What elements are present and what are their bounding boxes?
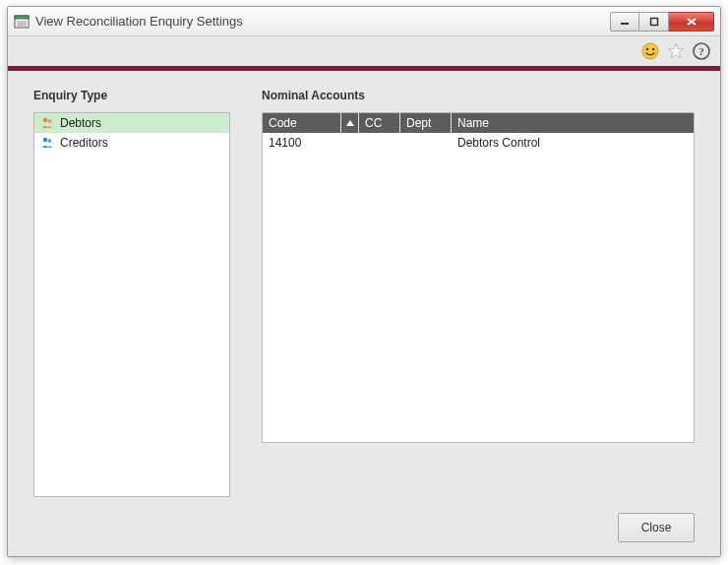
window-title: View Reconciliation Enquiry Settings	[35, 14, 610, 29]
svg-point-9	[642, 43, 658, 59]
grid-body: 14100Debtors Control	[263, 133, 694, 442]
grid-header: Code CC Dept Name	[263, 113, 694, 133]
list-item[interactable]: Debtors	[34, 113, 229, 133]
footer: Close	[33, 497, 695, 542]
maximize-button[interactable]	[639, 12, 669, 31]
col-header-code[interactable]: Code	[263, 113, 341, 133]
toolbar: ?	[8, 36, 720, 66]
nominal-accounts-grid: Code CC Dept Name 14100Debtors Control	[262, 112, 695, 443]
svg-point-11	[652, 48, 655, 51]
person-icon	[40, 116, 54, 130]
person-icon	[40, 136, 54, 150]
cell-name: Debtors Control	[452, 134, 694, 152]
nominal-accounts-panel: Nominal Accounts Code CC Dept Name 14100…	[262, 89, 695, 497]
enquiry-type-heading: Enquiry Type	[33, 89, 230, 102]
col-header-dept[interactable]: Dept	[400, 113, 452, 133]
sort-indicator[interactable]	[341, 113, 359, 133]
enquiry-type-panel: Enquiry Type DebtorsCreditors	[33, 89, 230, 497]
svg-text:?: ?	[698, 45, 704, 57]
svg-point-10	[646, 48, 649, 51]
svg-rect-1	[15, 16, 29, 19]
cell-code: 14100	[263, 134, 341, 152]
svg-rect-6	[650, 18, 657, 25]
window-close-button[interactable]	[669, 12, 714, 31]
help-icon[interactable]: ?	[693, 42, 710, 60]
sort-asc-icon	[346, 120, 354, 126]
col-header-name[interactable]: Name	[452, 113, 694, 133]
svg-point-16	[43, 138, 48, 143]
close-button[interactable]: Close	[618, 513, 695, 542]
svg-point-14	[43, 118, 48, 123]
cell-cc	[359, 141, 400, 145]
star-icon[interactable]	[667, 42, 685, 60]
columns: Enquiry Type DebtorsCreditors Nominal Ac…	[33, 89, 695, 497]
svg-point-17	[48, 139, 52, 143]
app-window: View Reconciliation Enquiry Settings	[7, 6, 721, 557]
list-item-label: Creditors	[60, 136, 108, 150]
window-controls	[610, 12, 714, 31]
minimize-button[interactable]	[610, 12, 639, 31]
smiley-icon[interactable]	[641, 42, 659, 60]
title-bar: View Reconciliation Enquiry Settings	[8, 7, 720, 36]
table-row[interactable]: 14100Debtors Control	[263, 133, 694, 153]
nominal-accounts-heading: Nominal Accounts	[262, 89, 695, 102]
app-icon	[14, 14, 30, 30]
content-area: Enquiry Type DebtorsCreditors Nominal Ac…	[8, 71, 720, 556]
cell-dept	[400, 141, 452, 145]
col-header-cc[interactable]: CC	[359, 113, 400, 133]
list-item[interactable]: Creditors	[34, 133, 229, 153]
list-item-label: Debtors	[60, 116, 101, 130]
svg-point-15	[48, 119, 52, 123]
enquiry-type-list[interactable]: DebtorsCreditors	[33, 112, 230, 497]
